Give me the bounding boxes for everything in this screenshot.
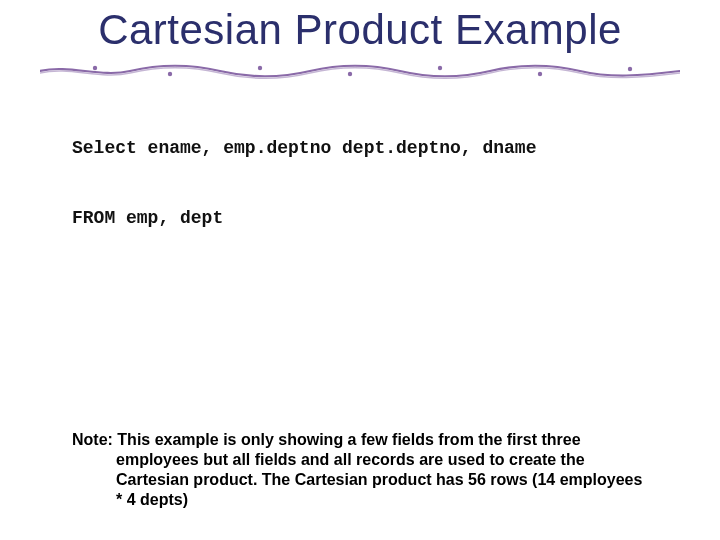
svg-point-3 xyxy=(348,72,352,76)
title-underline-divider xyxy=(40,62,680,80)
slide: Cartesian Product Example Select ename, … xyxy=(0,0,720,540)
svg-point-6 xyxy=(628,67,632,71)
page-title: Cartesian Product Example xyxy=(0,6,720,54)
svg-point-1 xyxy=(168,72,172,76)
sql-code-block: Select ename, emp.deptno dept.deptno, dn… xyxy=(72,90,652,277)
code-line-2: FROM emp, dept xyxy=(72,207,652,230)
vine-divider-icon xyxy=(40,62,680,80)
svg-point-2 xyxy=(258,66,262,70)
svg-point-5 xyxy=(538,72,542,76)
svg-point-0 xyxy=(93,66,97,70)
code-line-1: Select ename, emp.deptno dept.deptno, dn… xyxy=(72,137,652,160)
note-block: Note: This example is only showing a few… xyxy=(72,430,652,510)
note-text: Note: This example is only showing a few… xyxy=(72,430,652,510)
svg-point-4 xyxy=(438,66,442,70)
